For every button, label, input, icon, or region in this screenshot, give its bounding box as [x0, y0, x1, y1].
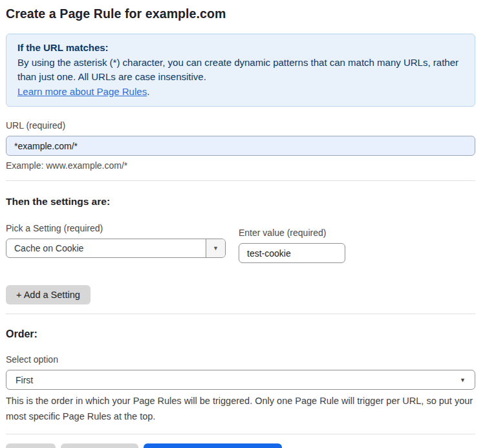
enter-value-label: Enter value (required)	[239, 228, 345, 238]
url-field-label: URL (required)	[6, 120, 475, 131]
info-box-body: By using the asterisk (*) character, you…	[17, 56, 464, 85]
setting-select-value: Cache on Cookie	[6, 239, 206, 257]
url-matches-info-box: If the URL matches: By using the asteris…	[6, 34, 475, 107]
enter-value-column: Enter value (required)	[239, 228, 345, 263]
setting-select[interactable]: Cache on Cookie ▼	[6, 239, 226, 258]
form-actions: Cancel Save as Draft Save and Deploy Pag…	[6, 443, 475, 448]
learn-more-link[interactable]: Learn more about Page Rules	[17, 86, 147, 97]
order-section-heading: Order:	[6, 328, 475, 340]
divider	[6, 434, 475, 434]
chevron-down-icon: ▼	[460, 377, 466, 383]
pick-setting-column: Pick a Setting (required) Cache on Cooki…	[6, 223, 226, 258]
pick-setting-label: Pick a Setting (required)	[6, 223, 226, 233]
divider	[6, 314, 475, 314]
info-box-link-line: Learn more about Page Rules.	[17, 85, 464, 100]
save-as-draft-button[interactable]: Save as Draft	[61, 443, 138, 448]
settings-row: Pick a Setting (required) Cache on Cooki…	[6, 223, 475, 263]
info-box-heading: If the URL matches:	[17, 41, 464, 56]
url-example-helper: Example: www.example.com/*	[6, 160, 475, 171]
page-rule-form: Create a Page Rule for example.com If th…	[0, 0, 485, 448]
url-input[interactable]	[6, 136, 475, 156]
save-and-deploy-button[interactable]: Save and Deploy Page Rule	[144, 443, 282, 448]
link-period: .	[147, 86, 149, 97]
add-setting-button[interactable]: + Add a Setting	[6, 285, 91, 304]
order-select[interactable]: First ▼	[6, 370, 475, 390]
setting-value-input[interactable]	[239, 243, 345, 263]
chevron-down-icon[interactable]: ▼	[206, 239, 225, 257]
order-select-label: Select option	[6, 354, 475, 365]
cancel-button[interactable]: Cancel	[6, 443, 56, 448]
page-title: Create a Page Rule for example.com	[6, 6, 475, 21]
settings-section-heading: Then the settings are:	[6, 196, 475, 208]
order-helper-text: This is the order in which your Page Rul…	[6, 393, 475, 424]
divider	[6, 180, 475, 181]
order-select-value: First	[16, 375, 33, 385]
